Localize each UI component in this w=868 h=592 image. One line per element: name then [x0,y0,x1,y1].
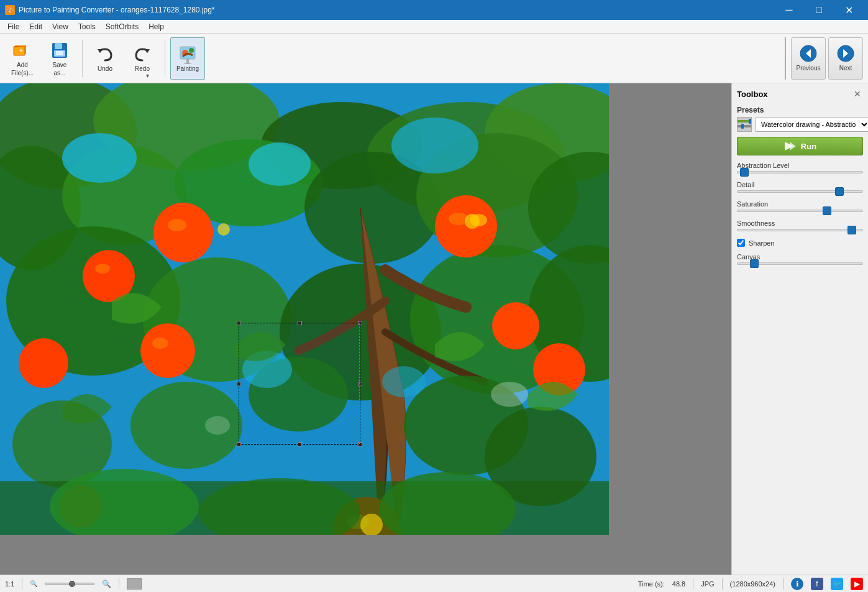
save-as-sublabel: as... [54,70,66,76]
canvas-track[interactable] [737,262,863,265]
menu-softorbits[interactable]: SoftOrbits [101,21,144,32]
zoom-icon-large: 🔍 [102,580,111,588]
svg-point-14 [184,63,191,64]
svg-point-47 [19,338,68,388]
abstraction-label: Abstraction Level [737,162,863,169]
add-file-button[interactable]: + Add File(s)... [5,37,40,80]
zoom-icon-small: 🔍 [30,580,37,587]
youtube-button[interactable]: ▶ [851,578,863,590]
smoothness-slider-row: Smoothness [737,220,863,231]
menu-file[interactable]: File [2,21,24,32]
save-as-label: Save [53,62,67,68]
add-file-label: Add [17,62,28,68]
svg-point-49 [152,338,168,349]
menu-edit[interactable]: Edit [24,21,47,32]
svg-rect-74 [741,124,744,129]
maximize-button[interactable]: □ [805,0,833,20]
svg-point-63 [205,416,230,435]
status-sep-4 [722,578,723,590]
undo-label: Undo [98,65,112,72]
painting-svg [0,83,609,535]
mini-preview [127,578,142,590]
run-button[interactable]: Run [737,137,863,155]
smoothness-track[interactable] [737,229,863,231]
svg-rect-2 [14,46,19,47]
format-label: JPG [701,580,714,588]
toolbar-more[interactable]: ▾ [146,72,149,79]
canvas-wrapper [0,83,609,535]
previous-icon [800,45,817,62]
presets-row: Watercolor drawing - Abstractio [737,117,863,132]
run-label: Run [801,142,816,151]
main-content: Toolbox ✕ Presets Watercolor drawing - A… [0,83,868,575]
time-value: 48.8 [672,580,685,588]
previous-button[interactable]: Previous [791,37,826,80]
svg-point-44 [435,195,497,257]
menu-help[interactable]: Help [144,21,169,32]
sharpen-label[interactable]: Sharpen [749,239,775,247]
detail-label: Detail [737,181,863,188]
toolbar-separator-1 [82,40,83,77]
toolbox-panel: Toolbox ✕ Presets Watercolor drawing - A… [731,83,868,575]
minimize-button[interactable]: ─ [775,0,803,20]
saturation-thumb[interactable] [823,206,831,215]
undo-button[interactable]: Undo [88,37,122,80]
presets-label: Presets [737,106,863,114]
menu-tools[interactable]: Tools [73,21,101,32]
svg-marker-8 [98,49,103,53]
next-button[interactable]: Next [828,37,863,80]
svg-point-43 [95,264,110,274]
abstraction-thumb[interactable] [740,168,749,177]
presets-icon [737,117,752,132]
menu-view[interactable]: View [47,21,73,32]
painting-label: Painting [176,65,199,72]
svg-point-31 [62,133,137,183]
run-icon [783,141,797,152]
abstraction-track[interactable] [737,171,863,173]
smoothness-thumb[interactable] [847,226,856,234]
title-bar: 🎨 Picture to Painting Converter - orange… [0,0,868,20]
next-label: Next [839,65,852,72]
svg-marker-76 [790,142,796,150]
canvas-thumb[interactable] [750,259,759,268]
svg-point-12 [189,48,194,53]
svg-text:+: + [19,47,23,54]
presets-section: Presets Watercolor drawing - Abstractio [737,106,863,155]
svg-point-32 [249,142,311,186]
svg-point-33 [391,118,478,173]
toolbox-close-button[interactable]: ✕ [852,88,863,99]
detail-track[interactable] [737,190,863,193]
window-title: Picture to Painting Converter - oranges-… [19,6,215,14]
saturation-slider-row: Saturation [737,200,863,212]
sharpen-checkbox[interactable] [737,239,745,247]
redo-button[interactable]: Redo [125,37,160,80]
painting-button[interactable]: Painting [170,37,205,80]
detail-thumb[interactable] [835,187,844,196]
twitter-button[interactable]: 🐦 [831,578,843,590]
svg-point-69 [465,214,480,229]
zoom-thumb[interactable] [69,581,75,587]
smoothness-label: Smoothness [737,220,863,227]
facebook-button[interactable]: f [811,578,823,590]
save-as-icon [50,40,70,60]
zoom-level: 1:1 [5,580,14,588]
toolbar: + Add File(s)... Save as... Undo [0,34,868,83]
canvas-area[interactable] [0,83,731,575]
svg-rect-73 [749,119,751,124]
saturation-track[interactable] [737,210,863,212]
next-icon [837,45,854,62]
menu-bar: File Edit View Tools SoftOrbits Help [0,20,868,34]
canvas-slider-row: Canvas [737,253,863,265]
close-button[interactable]: ✕ [834,0,863,20]
status-sep-5 [783,578,783,590]
zoom-slider[interactable] [45,583,94,585]
svg-point-68 [217,223,230,236]
previous-label: Previous [797,65,821,72]
status-sep-3 [693,578,693,590]
save-as-button[interactable]: Save as... [42,37,77,80]
abstraction-slider-row: Abstraction Level [737,162,863,173]
presets-dropdown[interactable]: Watercolor drawing - Abstractio [756,117,868,132]
nav-separator [785,37,786,80]
info-button[interactable]: ℹ [791,578,803,590]
svg-point-41 [168,219,186,231]
